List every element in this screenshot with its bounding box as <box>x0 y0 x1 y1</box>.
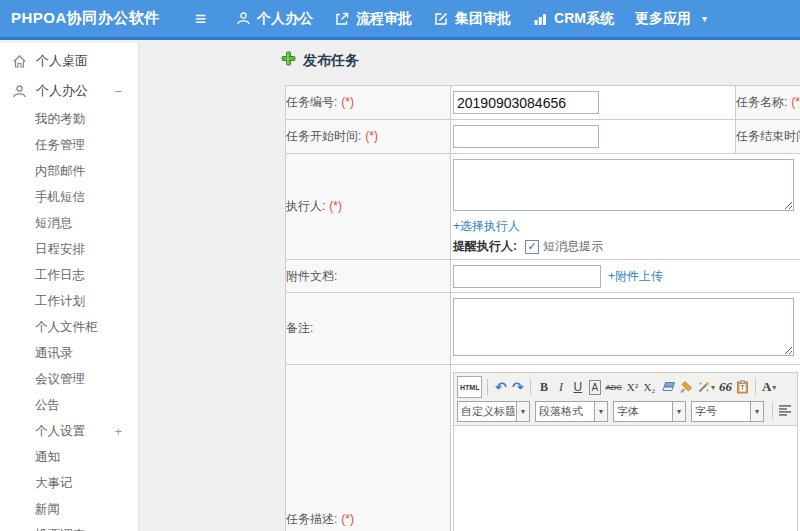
sidebar-item-internal-mail[interactable]: 内部邮件 <box>0 158 138 184</box>
sidebar-item-label: 个人文件柜 <box>35 319 98 336</box>
redo-icon[interactable]: ↷ <box>510 378 525 396</box>
caret-down-icon: ▾ <box>594 402 607 421</box>
custom-heading-select[interactable]: 自定义标题▾ <box>457 401 530 422</box>
sidebar-item-work-log[interactable]: 工作日志 <box>0 262 138 288</box>
svg-text:T: T <box>740 384 744 391</box>
sidebar-item-label: 投票调查 <box>35 527 85 531</box>
top-nav: 个人办公流程审批集团审批CRM系统更多应用▾ <box>236 10 707 28</box>
end-time-label: 任务结束时间:(*) <box>736 120 800 154</box>
font-style-button[interactable]: A <box>589 380 602 395</box>
person-icon <box>236 11 251 26</box>
workflow-icon <box>334 11 350 27</box>
sidebar-item-label: 公告 <box>35 397 60 414</box>
remove-format-icon[interactable] <box>659 378 676 396</box>
italic-button[interactable]: I <box>553 378 568 396</box>
sidebar-item-label: 个人办公 <box>36 82 88 100</box>
sidebar-item-work-plan[interactable]: 工作计划 <box>0 288 138 314</box>
quick-format-icon[interactable]: ▾ <box>696 378 716 396</box>
sidebar-item-memorabilia[interactable]: 大事记 <box>0 470 138 496</box>
sidebar-item-contacts[interactable]: 通讯录 <box>0 340 138 366</box>
align-left-icon[interactable] <box>778 404 793 419</box>
nav-personal-office[interactable]: 个人办公 <box>236 10 313 28</box>
chart-icon <box>532 11 548 27</box>
sidebar-item-news[interactable]: 新闻 <box>0 496 138 522</box>
sidebar-item-label: 工作计划 <box>35 293 85 310</box>
sidebar-item-label: 通知 <box>35 449 60 466</box>
sidebar-item-announcement[interactable]: 公告 <box>0 392 138 418</box>
required-mark: (*) <box>341 512 354 526</box>
blockquote-button[interactable]: 66 <box>718 378 733 396</box>
sidebar-item-short-message[interactable]: 短消息 <box>0 210 138 236</box>
sidebar-item-mobile-sms[interactable]: 手机短信 <box>0 184 138 210</box>
required-mark: (*) <box>791 95 800 109</box>
task-no-input[interactable] <box>453 91 599 114</box>
task-name-label: 任务名称:(*) <box>736 86 800 120</box>
nav-process-approval[interactable]: 流程审批 <box>334 10 412 28</box>
sidebar-item-vote-survey[interactable]: 投票调查 <box>0 522 138 531</box>
page-title: 发布任务 <box>281 51 359 70</box>
editor-toolbar: HTML ↶ ↷ B I U A ABC X² X₂ ▾ <box>454 373 797 426</box>
add-task-icon <box>281 51 296 70</box>
remark-textarea[interactable] <box>453 298 794 356</box>
font-family-select[interactable]: 字体▾ <box>613 401 686 422</box>
sidebar-item-label: 内部邮件 <box>35 163 85 180</box>
font-color-button[interactable]: A▾ <box>761 378 777 396</box>
required-mark: (*) <box>341 95 354 109</box>
person-icon <box>12 84 27 99</box>
expand-toggle-icon[interactable]: + <box>114 424 122 439</box>
undo-icon[interactable]: ↶ <box>493 378 508 396</box>
font-size-select[interactable]: 字号▾ <box>691 401 764 422</box>
attachment-upload-link[interactable]: +附件上传 <box>608 268 663 285</box>
superscript-button[interactable]: X² <box>625 378 640 396</box>
nav-label: 集团审批 <box>455 10 511 28</box>
sidebar: 个人桌面个人办公−我的考勤任务管理内部邮件手机短信短消息日程安排工作日志工作计划… <box>0 43 139 531</box>
strikethrough-button[interactable]: ABC <box>604 378 622 396</box>
page-title-text: 发布任务 <box>303 52 359 70</box>
attachment-label: 附件文档: <box>286 260 451 293</box>
nav-label: 更多应用 <box>635 10 691 28</box>
nav-crm-system[interactable]: CRM系统 <box>532 10 614 28</box>
sidebar-item-label: 工作日志 <box>35 267 85 284</box>
hamburger-icon[interactable]: ≡ <box>195 9 206 28</box>
sidebar-item-meeting-management[interactable]: 会议管理 <box>0 366 138 392</box>
executor-label: 执行人:(*) <box>286 154 451 260</box>
sidebar-item-label: 通讯录 <box>35 345 73 362</box>
attachment-input[interactable] <box>453 265 601 288</box>
executor-textarea[interactable] <box>453 159 794 211</box>
source-code-button[interactable]: HTML <box>457 376 482 398</box>
underline-button[interactable]: U <box>570 378 585 396</box>
sidebar-item-my-attendance[interactable]: 我的考勤 <box>0 106 138 132</box>
collapse-toggle-icon[interactable]: − <box>114 84 122 99</box>
choose-executor-link[interactable]: +选择执行人 <box>453 219 520 233</box>
nav-group-approval[interactable]: 集团审批 <box>433 10 511 28</box>
sidebar-item-label: 我的考勤 <box>35 111 85 128</box>
editor-content-area[interactable] <box>454 426 797 531</box>
check-icon: ✓ <box>527 241 536 252</box>
start-time-input[interactable] <box>453 125 599 148</box>
paragraph-format-select[interactable]: 段落格式▾ <box>535 401 608 422</box>
sidebar-item-personal-file-cabinet[interactable]: 个人文件柜 <box>0 314 138 340</box>
sidebar-item-schedule[interactable]: 日程安排 <box>0 236 138 262</box>
required-mark: (*) <box>365 129 378 143</box>
bold-button[interactable]: B <box>536 378 551 396</box>
nav-label: 流程审批 <box>356 10 412 28</box>
subscript-button[interactable]: X₂ <box>642 378 657 396</box>
sidebar-item-notification[interactable]: 通知 <box>0 444 138 470</box>
sms-remind-label: 短消息提示 <box>543 238 603 255</box>
sidebar-item-label: 任务管理 <box>35 137 85 154</box>
caret-down-icon: ▾ <box>711 383 715 392</box>
caret-down-icon: ▾ <box>750 402 763 421</box>
rich-text-editor: HTML ↶ ↷ B I U A ABC X² X₂ ▾ <box>453 372 798 531</box>
sidebar-item-personal-office[interactable]: 个人办公− <box>0 76 138 106</box>
caret-down-icon: ▾ <box>702 13 707 24</box>
sidebar-item-label: 短消息 <box>35 215 73 232</box>
sidebar-item-personal-settings[interactable]: 个人设置+ <box>0 418 138 444</box>
sms-remind-checkbox[interactable]: ✓ <box>525 240 539 254</box>
sidebar-item-label: 会议管理 <box>35 371 85 388</box>
sidebar-item-task-management[interactable]: 任务管理 <box>0 132 138 158</box>
paste-plain-icon[interactable]: T <box>735 378 750 396</box>
sidebar-item-personal-desktop[interactable]: 个人桌面 <box>0 46 138 76</box>
sidebar-item-label: 个人桌面 <box>36 52 88 70</box>
nav-more-apps[interactable]: 更多应用▾ <box>635 10 707 28</box>
format-painter-icon[interactable] <box>678 378 694 396</box>
